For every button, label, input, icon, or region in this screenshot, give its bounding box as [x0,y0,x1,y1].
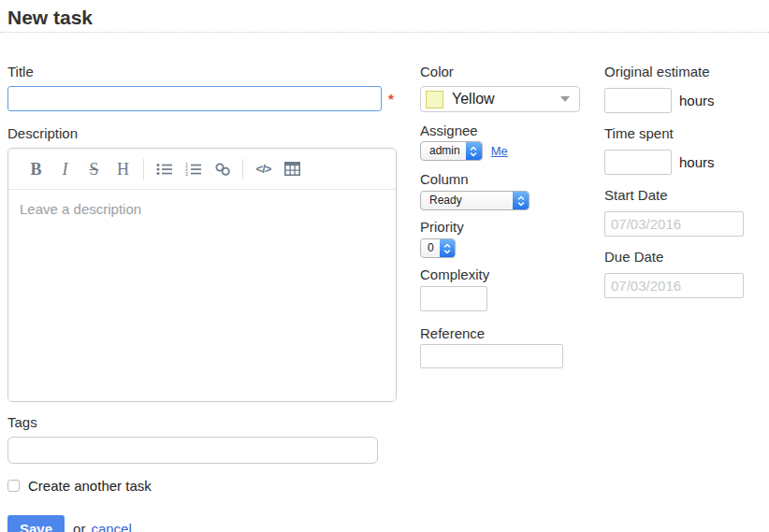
heading-icon: H [117,161,129,178]
due-date-label: Due Date [604,249,763,265]
table-icon [284,162,300,176]
editor-toolbar: B I S H [8,149,396,190]
assignee-row: admin Me [420,141,593,161]
priority-label: Priority [420,219,593,235]
description-editor: B I S H [7,148,397,402]
code-icon: </> [256,162,271,176]
ordered-list-button[interactable]: 1 2 3 [179,157,208,181]
priority-select[interactable]: 0 [420,238,456,258]
page-header: New task [0,0,769,33]
assignee-selected-value: admin [421,142,466,160]
table-button[interactable] [278,157,307,181]
create-another-row[interactable]: Create another task [7,478,397,494]
original-estimate-row: hours [604,88,763,113]
link-button[interactable] [208,157,237,181]
link-icon [214,162,231,177]
tags-input[interactable] [7,437,378,464]
toolbar-separator [143,159,144,180]
save-button[interactable]: Save [7,515,65,532]
assignee-select[interactable]: admin [420,141,483,161]
assign-to-me-link[interactable]: Me [491,144,508,158]
title-row: * [7,86,397,111]
left-column: Title * Description B I S H [7,64,397,532]
select-stepper-icon [466,142,482,160]
italic-button[interactable]: I [51,157,80,181]
time-spent-suffix: hours [679,154,715,170]
reference-input[interactable] [420,344,563,368]
priority-selected-value: 0 [421,239,440,257]
original-estimate-input[interactable] [604,88,672,113]
color-label: Color [420,64,593,79]
toolbar-separator [242,159,243,180]
original-estimate-label: Original estimate [604,64,763,79]
ordered-list-icon: 1 2 3 [185,162,201,177]
title-input[interactable] [7,86,382,111]
color-selected-value: Yellow [452,91,495,108]
column-select[interactable]: Ready [420,191,530,210]
caret-down-icon [560,96,570,102]
or-text: or [73,521,85,532]
strikethrough-icon: S [89,161,98,178]
form-actions: Save or cancel [7,515,397,532]
middle-column: Color Yellow Assignee admin Me Column Re… [420,64,593,368]
assignee-label: Assignee [420,122,593,138]
column-selected-value: Ready [421,192,513,209]
color-select[interactable]: Yellow [420,86,580,112]
unordered-list-icon [156,162,172,177]
original-estimate-suffix: hours [679,93,715,108]
bold-icon: B [30,161,41,178]
page-title: New task [7,7,762,29]
complexity-input[interactable] [420,286,487,311]
right-column: Original estimate hours Time spent hours… [604,64,763,310]
description-textarea[interactable] [8,190,396,401]
yellow-swatch-icon [426,91,443,108]
italic-icon: I [63,161,68,178]
due-date-input[interactable] [604,273,744,298]
strikethrough-button[interactable]: S [80,157,109,181]
tags-label: Tags [7,414,397,430]
create-another-label: Create another task [28,478,152,494]
select-stepper-icon [440,239,456,257]
bold-button[interactable]: B [22,157,51,181]
time-spent-input[interactable] [604,150,672,175]
required-asterisk: * [388,91,394,107]
time-spent-label: Time spent [604,125,763,141]
description-label: Description [7,125,397,141]
title-label: Title [7,64,397,79]
cancel-link[interactable]: cancel [91,521,131,532]
unordered-list-button[interactable] [150,157,179,181]
start-date-label: Start Date [604,187,763,203]
heading-button[interactable]: H [109,157,138,181]
reference-label: Reference [420,325,593,341]
complexity-label: Complexity [420,266,593,282]
svg-text:3: 3 [185,170,188,176]
time-spent-row: hours [604,150,763,175]
code-button[interactable]: </> [249,157,278,181]
select-stepper-icon [513,192,529,209]
column-label: Column [420,171,593,187]
create-another-checkbox[interactable] [7,480,20,492]
start-date-input[interactable] [604,211,744,237]
